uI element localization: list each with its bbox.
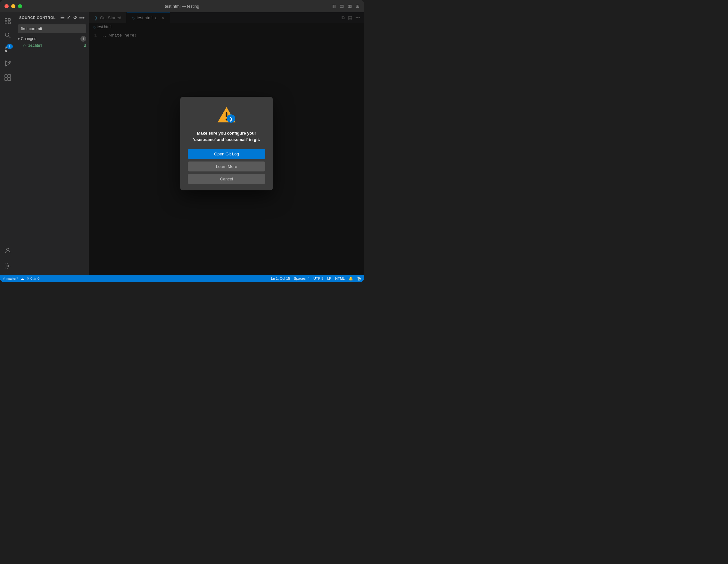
file-type-icon: ◇: [23, 44, 26, 48]
svg-point-8: [5, 50, 7, 52]
activity-bar: [0, 12, 15, 275]
cancel-button[interactable]: Cancel: [188, 174, 265, 184]
minimize-button[interactable]: [11, 4, 15, 8]
warning-icon: ⚠: [33, 277, 37, 281]
cursor-position: Ln 1, Col 15: [271, 277, 290, 280]
svg-rect-14: [5, 78, 7, 80]
modal-overlay: ❯ Make sure you configure your 'user.nam…: [89, 12, 364, 275]
line-ending-label: LF: [327, 277, 331, 280]
svg-point-4: [5, 33, 9, 37]
traffic-lights: [4, 4, 22, 8]
changes-header[interactable]: ▾ Changes 1: [15, 35, 89, 43]
status-bar-left: ⑂ master* ☁ ✕ 0 ⚠ 0: [3, 277, 39, 281]
errors-item[interactable]: ✕ 0 ⚠ 0: [27, 277, 39, 281]
error-icon: ✕: [27, 277, 29, 281]
changes-section: ▾ Changes 1 ◇ test.html U: [15, 34, 89, 49]
svg-rect-1: [8, 19, 10, 21]
git-branch-label: master*: [6, 277, 18, 280]
warning-count: 0: [37, 277, 39, 280]
svg-rect-2: [5, 22, 7, 24]
layout-icon-2[interactable]: ▤: [340, 4, 344, 9]
svg-point-17: [7, 265, 9, 267]
source-control-list-icon[interactable]: ☰: [60, 15, 65, 21]
broadcast-item[interactable]: 📡: [357, 277, 361, 281]
notifications-icon: 🔔: [349, 277, 353, 281]
svg-rect-12: [5, 75, 7, 77]
dialog-warning-icon: ❯: [217, 106, 236, 125]
app-body: SOURCE CONTROL ☰ ✓ ↺ ••• ▾ Changes 1 ◇ t…: [0, 12, 364, 275]
spaces-label: Spaces: 4: [294, 277, 310, 280]
svg-text:❯: ❯: [229, 116, 233, 122]
notifications-item[interactable]: 🔔: [349, 277, 353, 281]
sidebar-title: SOURCE CONTROL: [19, 16, 56, 20]
broadcast-icon: 📡: [357, 277, 361, 281]
svg-line-5: [9, 36, 11, 38]
chevron-down-icon: ▾: [18, 37, 20, 41]
activity-source-control[interactable]: [1, 43, 14, 56]
file-name: test.html: [28, 43, 82, 48]
layout-icon-4[interactable]: ⊞: [356, 4, 360, 9]
source-control-more-icon[interactable]: •••: [79, 15, 85, 21]
commit-message-input[interactable]: [18, 24, 86, 33]
learn-more-button[interactable]: Learn More: [188, 162, 265, 171]
sync-item[interactable]: ☁: [21, 277, 24, 281]
file-status-badge: U: [84, 44, 86, 47]
svg-rect-19: [226, 112, 227, 117]
cursor-position-item[interactable]: Ln 1, Col 15: [271, 277, 290, 280]
language-label: HTML: [335, 277, 345, 280]
sync-icon: ☁: [21, 277, 24, 281]
encoding-label: UTF-8: [313, 277, 323, 280]
language-item[interactable]: HTML: [335, 277, 345, 280]
svg-rect-3: [8, 22, 10, 24]
svg-rect-15: [8, 78, 11, 80]
maximize-button[interactable]: [18, 4, 22, 8]
file-item-test-html[interactable]: ◇ test.html U: [15, 43, 89, 48]
dialog: ❯ Make sure you configure your 'user.nam…: [180, 97, 273, 190]
svg-point-6: [5, 47, 7, 48]
spaces-item[interactable]: Spaces: 4: [294, 277, 310, 280]
layout-icon-3[interactable]: ▦: [348, 4, 352, 9]
open-git-log-button[interactable]: Open Git Log: [188, 149, 265, 159]
sidebar-actions: ☰ ✓ ↺ •••: [60, 15, 85, 21]
activity-explorer[interactable]: [1, 15, 14, 28]
close-button[interactable]: [4, 4, 9, 8]
source-control-refresh-icon[interactable]: ↺: [73, 15, 78, 21]
title-bar-controls: ▥ ▤ ▦ ⊞: [332, 4, 360, 9]
layout-icon-1[interactable]: ▥: [332, 4, 336, 9]
git-branch-item[interactable]: ⑂ master*: [3, 277, 18, 280]
error-count: 0: [30, 277, 32, 280]
editor-area: ❯ Get Started ◇ test.html U ✕ ⧉ ▤ ••• ◇ …: [89, 12, 364, 275]
source-control-check-icon[interactable]: ✓: [67, 15, 71, 21]
encoding-item[interactable]: UTF-8: [313, 277, 323, 280]
git-branch-icon: ⑂: [3, 277, 5, 280]
svg-rect-13: [8, 75, 11, 77]
svg-point-16: [6, 248, 9, 251]
status-bar-right: Ln 1, Col 15 Spaces: 4 UTF-8 LF HTML 🔔 📡: [271, 277, 361, 281]
sidebar: SOURCE CONTROL ☰ ✓ ↺ ••• ▾ Changes 1 ◇ t…: [15, 12, 89, 275]
window-title: test.html — testing: [165, 4, 199, 9]
activity-extensions[interactable]: [1, 71, 14, 84]
svg-marker-9: [6, 61, 10, 66]
line-ending-item[interactable]: LF: [327, 277, 331, 280]
activity-search[interactable]: [1, 29, 14, 42]
status-bar: ⑂ master* ☁ ✕ 0 ⚠ 0 Ln 1, Col 15 Spaces:…: [0, 275, 364, 282]
changes-count: 1: [80, 36, 86, 42]
activity-settings[interactable]: [1, 260, 14, 272]
sidebar-header: SOURCE CONTROL ☰ ✓ ↺ •••: [15, 12, 89, 23]
activity-account[interactable]: [1, 244, 14, 257]
dialog-message: Make sure you configure your 'user.name'…: [188, 130, 265, 143]
activity-run[interactable]: [1, 57, 14, 70]
title-bar: test.html — testing ▥ ▤ ▦ ⊞: [0, 0, 364, 12]
changes-label: Changes: [21, 37, 80, 41]
svg-point-7: [9, 47, 10, 48]
svg-rect-0: [5, 19, 7, 21]
